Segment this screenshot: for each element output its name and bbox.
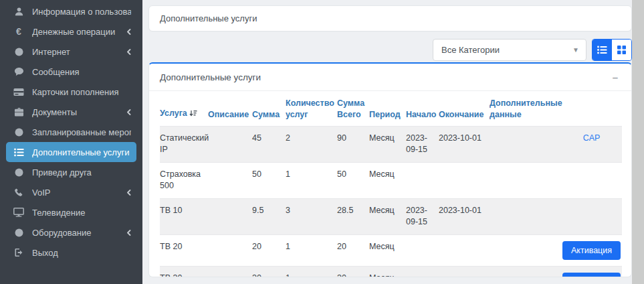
sidebar-item-label: Дополнительные услуги (32, 147, 131, 157)
sidebar-item[interactable]: Информация о пользователе (6, 1, 136, 21)
filter-row: Все Категории ▼ (148, 38, 632, 61)
grid-view-icon (617, 46, 626, 54)
list-view-button[interactable] (593, 40, 612, 60)
briefcase-icon (13, 106, 25, 117)
table-cell: 20 (337, 234, 369, 266)
table-cell: 1 (286, 266, 337, 277)
column-header[interactable]: Сумма (252, 91, 286, 126)
sidebar-item[interactable]: Оборудование (6, 222, 136, 242)
services-table: УслугаОписаниеСуммаКоличество услугСумма… (160, 91, 622, 277)
table-cell: 2 (286, 126, 337, 162)
table-cell (490, 198, 561, 234)
category-select[interactable]: Все Категории ▼ (433, 39, 586, 61)
sidebar-item[interactable]: Запланированные мероприят (6, 122, 136, 142)
panel-header: Дополнительные услуги – (149, 64, 631, 91)
circle-icon (13, 227, 25, 238)
user-icon (13, 6, 25, 17)
sidebar-item[interactable]: Телевидение (6, 202, 136, 222)
table-row: Статический IP45290Месяц2023-09-152023-1… (160, 126, 622, 162)
sidebar-item-label: Денежные операции (32, 27, 124, 37)
column-header[interactable]: Окончание (439, 91, 490, 126)
cap-link[interactable]: CAP (583, 133, 601, 143)
sort-icon[interactable] (189, 110, 197, 119)
table-cell: 9.5 (252, 198, 286, 234)
action-cell (561, 198, 622, 234)
table-cell (406, 266, 439, 277)
chevron-left-icon (124, 29, 131, 35)
sidebar-item[interactable]: Карточки пополнения (6, 82, 136, 102)
services-table-wrap: УслугаОписаниеСуммаКоличество услугСумма… (149, 91, 631, 277)
sidebar-item-label: Запланированные мероприят (32, 127, 131, 137)
sidebar-item[interactable]: Интернет (6, 42, 136, 62)
table-cell (208, 266, 252, 277)
collapse-button[interactable]: – (610, 74, 621, 81)
sidebar-item-label: Информация о пользователе (32, 7, 131, 17)
sidebar-item[interactable]: VoIP (6, 182, 136, 202)
table-cell: 1 (286, 234, 337, 266)
list-view-icon (597, 46, 607, 54)
sidebar-item[interactable]: €Денежные операции (6, 21, 136, 42)
sidebar-item[interactable]: Выход (6, 242, 136, 263)
table-cell: 1 (286, 162, 337, 198)
column-header[interactable]: Сумма Всего (337, 91, 369, 126)
sidebar-item[interactable]: Дополнительные услуги (6, 142, 136, 162)
sidebar-item-label: Выход (32, 248, 131, 258)
action-cell: Активация (561, 234, 622, 266)
table-row: Страховка 50050150Месяц (160, 162, 622, 198)
table-cell (208, 198, 252, 234)
circle-icon (13, 167, 25, 178)
table-cell: 30 (337, 266, 369, 277)
chevron-left-icon (124, 109, 131, 115)
table-cell (490, 126, 561, 162)
grid-view-button[interactable] (612, 40, 631, 60)
panel-title: Дополнительные услуги (160, 72, 261, 82)
sidebar-item-label: Сообщения (32, 67, 131, 77)
table-header-row: УслугаОписаниеСуммаКоличество услугСумма… (160, 91, 622, 126)
chat-icon (13, 66, 25, 77)
sidebar-item-label: Приведи друга (32, 167, 131, 178)
circle-icon (13, 46, 25, 57)
table-cell (439, 162, 490, 198)
table-body: Статический IP45290Месяц2023-09-152023-1… (160, 126, 622, 277)
phone-icon (13, 187, 25, 198)
table-cell: Месяц (369, 198, 406, 234)
column-header[interactable]: Услуга (160, 91, 208, 126)
column-header[interactable]: Описание (208, 91, 252, 126)
table-cell: Месяц (369, 234, 406, 266)
column-header[interactable]: Количество услуг (286, 91, 337, 126)
table-cell: 50 (252, 162, 286, 198)
activate-button[interactable]: Активация (562, 241, 621, 260)
column-header[interactable]: Дополнительные данные (490, 91, 561, 126)
sidebar-item-label: Оборудование (32, 228, 124, 238)
table-cell: 90 (337, 126, 369, 162)
table-cell: 28.5 (337, 198, 369, 234)
chevron-left-icon (124, 230, 131, 236)
column-header[interactable]: Период (369, 91, 406, 126)
table-cell (439, 234, 490, 266)
table-cell: ТВ 10 (160, 198, 208, 234)
chevron-down-icon: ▼ (572, 46, 579, 54)
sidebar-item[interactable]: Приведи друга (6, 162, 136, 182)
sidebar-nav: Информация о пользователе€Денежные опера… (0, 1, 142, 263)
column-header[interactable] (561, 91, 622, 126)
sidebar-item[interactable]: Сообщения (6, 62, 136, 82)
activate-button[interactable]: Активация (562, 273, 621, 277)
table-cell: 3 (286, 198, 337, 234)
sidebar-item-label: Интернет (32, 47, 124, 57)
action-cell (561, 162, 622, 198)
chevron-left-icon (124, 49, 131, 55)
table-cell: ТВ 30 (160, 266, 208, 277)
services-panel: Дополнительные услуги – УслугаОписаниеСу… (148, 62, 632, 277)
circle-icon (13, 127, 25, 137)
sidebar-item-label: VoIP (32, 188, 124, 198)
card-icon (13, 86, 25, 97)
table-cell: 20 (252, 234, 286, 266)
table-cell (208, 162, 252, 198)
desktop-background-strip (632, 0, 644, 284)
sidebar-item[interactable]: Документы (6, 102, 136, 122)
view-toggle-group (592, 39, 632, 61)
table-cell (208, 126, 252, 162)
table-cell (439, 266, 490, 277)
table-row: ТВ 2020120МесяцАктивация (160, 234, 622, 266)
column-header[interactable]: Начало (406, 91, 439, 126)
